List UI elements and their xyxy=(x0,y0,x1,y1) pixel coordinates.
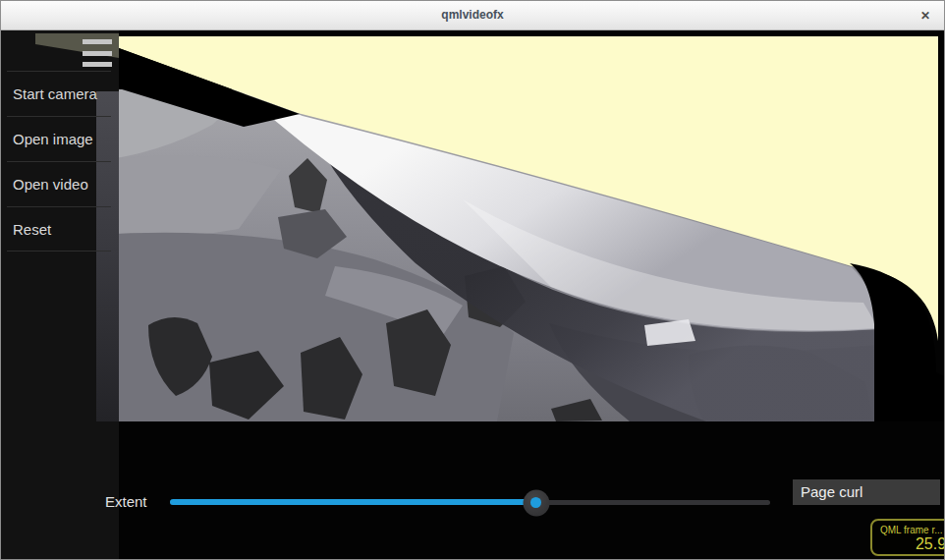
fps-value: 25.95 xyxy=(872,535,945,553)
titlebar: qmlvideofx ✕ xyxy=(1,1,944,30)
fps-indicator: QML frame r... 25.95 xyxy=(870,519,945,556)
app-window: qmlvideofx ✕ xyxy=(0,0,945,560)
slider-handle-dot xyxy=(530,497,541,508)
extent-label: Extent xyxy=(105,493,147,510)
sidebar-item-label: Open video xyxy=(7,162,111,206)
sidebar: Start camera Open image Open video Reset xyxy=(1,30,119,560)
sidebar-item-open-image[interactable]: Open image xyxy=(7,116,111,161)
slider-fill xyxy=(170,499,536,505)
extent-slider[interactable] xyxy=(170,489,770,516)
sidebar-item-open-video[interactable]: Open video xyxy=(7,161,111,206)
sidebar-menu: Start camera Open image Open video Reset xyxy=(7,71,111,252)
sidebar-item-start-camera[interactable]: Start camera xyxy=(7,71,111,116)
effect-select-button[interactable]: Page curl xyxy=(793,479,940,505)
fps-label: QML frame r... xyxy=(880,525,945,535)
window-title: qmlvideofx xyxy=(1,8,944,22)
main-area: Start camera Open image Open video Reset… xyxy=(1,30,945,560)
sidebar-item-label: Open image xyxy=(7,117,111,161)
sidebar-item-reset[interactable]: Reset xyxy=(7,206,111,252)
sidebar-item-label: Start camera xyxy=(7,72,111,116)
close-icon[interactable]: ✕ xyxy=(916,6,935,26)
menu-icon[interactable] xyxy=(83,39,112,68)
sidebar-item-label: Reset xyxy=(7,207,111,252)
slider-handle[interactable] xyxy=(523,489,549,516)
